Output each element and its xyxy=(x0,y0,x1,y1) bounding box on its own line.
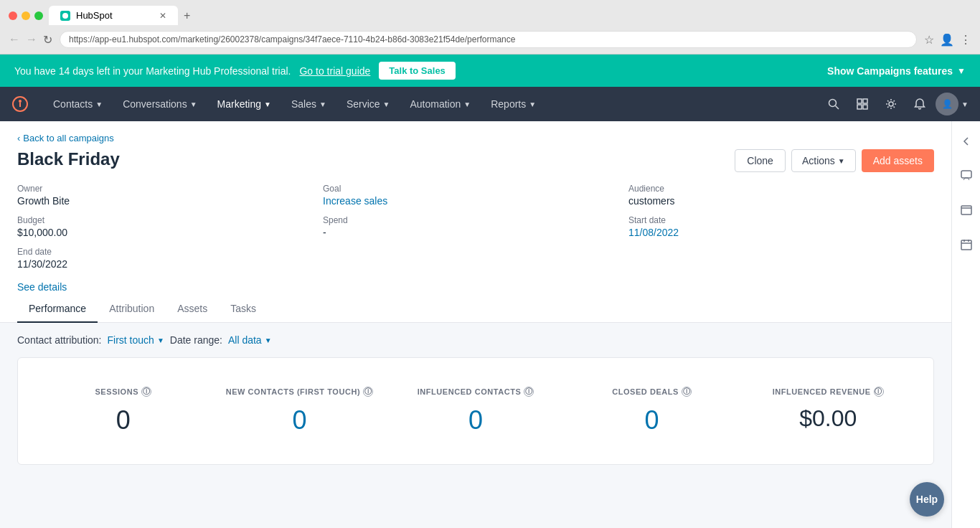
svg-point-4 xyxy=(829,100,837,107)
date-range-chevron-icon: ▼ xyxy=(265,336,272,344)
campaign-details: Owner Growth Bite Budget $10,000.00 End … xyxy=(17,184,934,278)
automation-chevron-icon: ▼ xyxy=(463,100,471,108)
profile-icon[interactable]: 👤 xyxy=(940,33,954,47)
closed-deals-value: 0 xyxy=(570,405,735,435)
nav-item-reports[interactable]: Reports ▼ xyxy=(481,87,546,121)
chat-bubble-icon xyxy=(961,170,972,182)
tab-performance[interactable]: Performance xyxy=(17,296,98,323)
settings-button[interactable] xyxy=(878,91,904,117)
stat-influenced-contacts: INFLUENCED CONTACTS ⓘ 0 xyxy=(387,375,564,447)
campaign-title-row: Black Friday Clone Actions ▼ Add assets xyxy=(17,149,934,172)
svg-rect-9 xyxy=(863,105,867,109)
talk-to-sales-button[interactable]: Talk to Sales xyxy=(379,62,456,80)
nav-items: Contacts ▼ Conversations ▼ Marketing ▼ S… xyxy=(43,87,821,121)
address-bar[interactable]: https://app-eu1.hubspot.com/marketing/26… xyxy=(60,31,917,48)
sales-chevron-icon: ▼ xyxy=(319,100,326,108)
new-contacts-value: 0 xyxy=(217,405,382,435)
chevron-down-icon: ▼ xyxy=(957,66,966,76)
sidebar-browser-icon[interactable] xyxy=(955,199,978,222)
search-button[interactable] xyxy=(821,91,847,117)
contact-attribution-dropdown[interactable]: First touch ▼ xyxy=(108,334,164,346)
conversations-label: Conversations xyxy=(123,98,187,110)
tab-title: HubSpot xyxy=(76,10,113,21)
first-touch-chevron-icon: ▼ xyxy=(157,336,164,344)
forward-nav-icon[interactable]: → xyxy=(26,33,37,46)
service-chevron-icon: ▼ xyxy=(383,100,390,108)
date-range-dropdown[interactable]: All data ▼ xyxy=(228,334,272,346)
campaign-action-buttons: Clone Actions ▼ Add assets xyxy=(735,149,934,172)
svg-point-10 xyxy=(889,102,893,106)
budget-value: $10,000.00 xyxy=(17,227,323,238)
marketing-label: Marketing xyxy=(217,98,261,110)
start-date-value[interactable]: 11/08/2022 xyxy=(628,227,934,238)
stat-closed-deals: CLOSED DEALS ⓘ 0 xyxy=(564,375,740,447)
nav-item-marketing[interactable]: Marketing ▼ xyxy=(207,87,281,121)
refresh-icon[interactable]: ↻ xyxy=(43,33,52,47)
add-assets-button[interactable]: Add assets xyxy=(862,149,934,172)
assets-tab-label: Assets xyxy=(177,303,207,314)
marketplace-button[interactable] xyxy=(849,91,875,117)
menu-icon[interactable]: ⋮ xyxy=(960,33,971,47)
maximize-dot[interactable] xyxy=(34,11,43,20)
svg-line-5 xyxy=(836,106,839,110)
tab-tasks[interactable]: Tasks xyxy=(219,296,268,323)
influenced-revenue-value: $0.00 xyxy=(745,405,910,432)
sidebar-chat-icon[interactable] xyxy=(955,164,978,187)
end-date-group: End date 11/30/2022 xyxy=(17,247,323,270)
nav-item-sales[interactable]: Sales ▼ xyxy=(281,87,336,121)
clone-button[interactable]: Clone xyxy=(735,149,786,172)
hubspot-logo[interactable] xyxy=(11,95,29,113)
back-to-campaigns-link[interactable]: ‹ Back to all campaigns xyxy=(17,133,934,143)
contact-attribution-value: First touch xyxy=(108,334,154,346)
stat-influenced-revenue: INFLUENCED REVENUE ⓘ $0.00 xyxy=(740,375,916,447)
attribution-tab-label: Attribution xyxy=(109,303,154,314)
user-avatar[interactable]: 👤 xyxy=(936,93,958,116)
tab-assets[interactable]: Assets xyxy=(166,296,219,323)
goal-value[interactable]: Increase sales xyxy=(323,195,628,207)
bookmark-icon[interactable]: ☆ xyxy=(924,33,934,47)
page-content: ‹ Back to all campaigns Black Friday Clo… xyxy=(0,121,951,528)
browser-tab[interactable]: HubSpot ✕ xyxy=(49,6,178,25)
sidebar-collapse-icon[interactable] xyxy=(955,130,978,153)
new-tab-icon[interactable]: + xyxy=(184,9,190,22)
show-campaigns-text: Show Campaigns features xyxy=(827,65,953,77)
goal-group: Goal Increase sales xyxy=(323,184,628,207)
influenced-contacts-label: INFLUENCED CONTACTS ⓘ xyxy=(393,387,558,397)
browser-window-icon xyxy=(961,204,972,216)
show-campaigns-button[interactable]: Show Campaigns features ▼ xyxy=(827,65,966,77)
influenced-revenue-info-icon[interactable]: ⓘ xyxy=(874,387,884,397)
actions-button[interactable]: Actions ▼ xyxy=(791,149,856,172)
nav-item-service[interactable]: Service ▼ xyxy=(336,87,400,121)
svg-rect-6 xyxy=(857,99,862,103)
notifications-button[interactable] xyxy=(907,91,933,117)
owner-value: Growth Bite xyxy=(17,195,323,207)
user-menu-chevron-icon[interactable]: ▼ xyxy=(961,100,969,108)
tab-favicon xyxy=(60,11,70,21)
tabs-container: Performance Attribution Assets Tasks xyxy=(0,296,951,323)
stats-card: SESSIONS ⓘ 0 NEW CONTACTS (FIRST TOUCH) … xyxy=(17,357,934,465)
new-contacts-info-icon[interactable]: ⓘ xyxy=(363,387,373,397)
reports-chevron-icon: ▼ xyxy=(529,100,536,108)
back-nav-icon[interactable]: ← xyxy=(9,33,20,46)
spend-label: Spend xyxy=(323,215,628,225)
closed-deals-label: CLOSED DEALS ⓘ xyxy=(570,387,735,397)
nav-item-contacts[interactable]: Contacts ▼ xyxy=(43,87,113,121)
goal-label: Goal xyxy=(323,184,628,194)
close-dot[interactable] xyxy=(9,11,17,20)
sidebar-calendar-icon[interactable] xyxy=(955,233,978,256)
trial-guide-link[interactable]: Go to trial guide xyxy=(299,65,370,77)
end-date-label: End date xyxy=(17,247,323,257)
nav-item-automation[interactable]: Automation ▼ xyxy=(400,87,481,121)
minimize-dot[interactable] xyxy=(22,11,30,20)
see-details-link[interactable]: See details xyxy=(17,281,67,293)
tab-attribution[interactable]: Attribution xyxy=(98,296,166,323)
sessions-info-icon[interactable]: ⓘ xyxy=(141,387,151,397)
closed-deals-info-icon[interactable]: ⓘ xyxy=(682,387,692,397)
help-button[interactable]: Help xyxy=(910,482,944,517)
nav-item-conversations[interactable]: Conversations ▼ xyxy=(113,87,207,121)
svg-rect-14 xyxy=(961,240,971,250)
tab-close-icon[interactable]: ✕ xyxy=(159,11,166,21)
contacts-chevron-icon: ▼ xyxy=(95,100,103,108)
influenced-contacts-info-icon[interactable]: ⓘ xyxy=(524,387,534,397)
svg-rect-12 xyxy=(961,206,971,214)
